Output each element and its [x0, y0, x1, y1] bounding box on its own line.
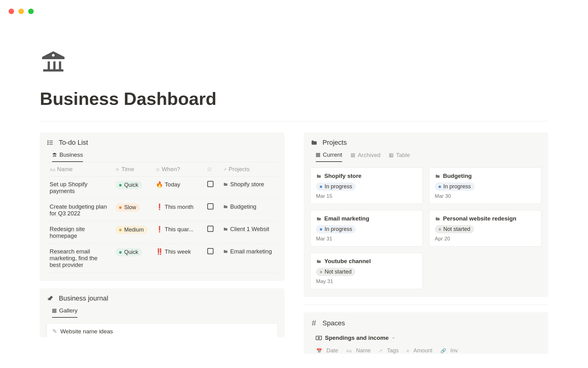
edit-icon [47, 295, 54, 302]
task-when[interactable]: 🔥 Today [153, 177, 204, 199]
svg-rect-13 [316, 155, 318, 156]
task-name[interactable]: Redesign site homepage [47, 221, 112, 244]
task-checkbox[interactable] [204, 221, 220, 244]
task-time[interactable]: Slow [112, 199, 153, 221]
column-type-icon: 🔗 [440, 348, 446, 354]
tab-gallery[interactable]: Gallery [52, 307, 77, 318]
page-icon[interactable] [40, 49, 548, 76]
status-badge: In progress [435, 182, 475, 191]
svg-rect-11 [316, 153, 318, 154]
spaces-col-date[interactable]: 📅Date [315, 346, 344, 354]
table-row[interactable]: Redesign site homepageMedium❗ This quar.… [47, 221, 278, 244]
task-when[interactable]: ❗ This month [153, 199, 204, 221]
project-card[interactable]: Youtube channelNot startedMay 31 [310, 253, 423, 289]
pencil-icon: ✎ [52, 328, 57, 335]
project-card[interactable]: Personal website redesignNot startedApr … [429, 210, 542, 247]
project-title: Youtube channel [324, 258, 371, 265]
folder-icon [316, 217, 321, 221]
task-time[interactable]: Medium [112, 221, 153, 244]
projects-title[interactable]: Projects [322, 139, 347, 147]
folder-icon [310, 140, 318, 146]
todo-list-title[interactable]: To-do List [59, 139, 88, 147]
task-when[interactable]: ‼️ This week [153, 244, 204, 273]
todo-table: AaName ✳Time ⊙When? ☑ ↗Projects Set up S… [47, 162, 278, 273]
hash-icon: # [310, 318, 318, 328]
task-project[interactable]: Budgeting [220, 199, 278, 221]
task-time[interactable]: Quick [112, 177, 153, 199]
svg-rect-16 [353, 153, 355, 155]
close-window-button[interactable] [9, 9, 14, 14]
board-icon [52, 309, 57, 313]
col-time[interactable]: ✳Time [112, 162, 153, 177]
task-time[interactable]: Quick [112, 244, 153, 273]
column-type-icon: Aa [346, 348, 352, 353]
svg-point-0 [52, 54, 55, 57]
task-when[interactable]: ❗ This quar... [153, 221, 204, 244]
journal-title[interactable]: Business journal [59, 294, 108, 302]
window-traffic-lights [9, 9, 34, 14]
task-name[interactable]: Set up Shopify payments [47, 177, 112, 199]
spaces-title[interactable]: Spaces [322, 319, 345, 327]
col-name[interactable]: AaName [47, 162, 112, 177]
tab-label: Business [59, 151, 83, 158]
project-card[interactable]: Email marketingIn progressMar 31 [310, 210, 423, 247]
task-name[interactable]: Create budgeting plan for Q3 2022 [47, 199, 112, 221]
svg-rect-19 [390, 153, 393, 157]
chevron-down-icon [392, 336, 395, 340]
svg-point-1 [48, 140, 48, 141]
tab-current[interactable]: Current [316, 151, 342, 162]
svg-rect-17 [351, 155, 352, 157]
task-checkbox[interactable] [204, 244, 220, 273]
table-row[interactable]: Set up Shopify paymentsQuick🔥 TodayShopi… [47, 177, 278, 199]
status-badge: Not started [435, 225, 474, 233]
todo-list-block: To-do List Business AaName ✳Time [40, 132, 285, 281]
folder-icon [435, 217, 440, 221]
project-card[interactable]: Shopify storeIn progressMar 15 [310, 167, 423, 204]
table-row[interactable]: Create budgeting plan for Q3 2022Slow❗ T… [47, 199, 278, 221]
business-journal-block: Business journal Gallery ✎ Website name … [40, 288, 285, 337]
col-check[interactable]: ☑ [204, 162, 220, 177]
project-card[interactable]: BudgetingIn progressMar 30 [429, 167, 542, 204]
tab-business[interactable]: Business [52, 151, 83, 162]
maximize-window-button[interactable] [28, 9, 34, 14]
svg-rect-23 [316, 336, 322, 340]
spaces-col-tags[interactable]: ↗Tags [377, 346, 405, 354]
tab-archived[interactable]: Archived [351, 151, 380, 162]
svg-rect-15 [351, 153, 352, 155]
task-checkbox[interactable] [204, 177, 220, 199]
minimize-window-button[interactable] [18, 9, 24, 14]
projects-block: Projects CurrentArchivedTable Shopify st… [303, 132, 548, 297]
project-title: Personal website redesign [443, 215, 517, 222]
folder-icon [435, 174, 440, 178]
spaces-view-label: Spendings and income [325, 335, 389, 341]
column-type-icon: # [406, 348, 409, 353]
task-project[interactable]: Email marketing [220, 244, 278, 273]
svg-point-24 [318, 337, 320, 339]
status-badge: In progress [316, 182, 356, 191]
tab-label: Archived [358, 152, 380, 159]
divider [40, 121, 548, 121]
spaces-col-inv[interactable]: 🔗Inv [439, 346, 464, 354]
task-name[interactable]: Research email marketing, find the best … [47, 244, 112, 273]
table-icon [389, 153, 394, 158]
svg-rect-7 [53, 309, 54, 310]
task-project[interactable]: Shopify store [220, 177, 278, 199]
table-row[interactable]: Research email marketing, find the best … [47, 244, 278, 273]
tab-label: Current [323, 151, 342, 158]
tab-table[interactable]: Table [389, 151, 410, 162]
svg-rect-10 [55, 311, 56, 312]
task-project[interactable]: Client 1 Websit [220, 221, 278, 244]
page-title[interactable]: Business Dashboard [40, 88, 548, 109]
svg-rect-8 [55, 309, 56, 310]
col-projects[interactable]: ↗Projects [220, 162, 278, 177]
spaces-col-amount[interactable]: #Amount [405, 346, 438, 354]
spaces-col-name[interactable]: AaName [344, 346, 377, 354]
col-when[interactable]: ⊙When? [153, 162, 204, 177]
journal-item[interactable]: ✎ Website name ideas [47, 323, 278, 337]
folder-icon [316, 259, 321, 264]
project-date: Apr 20 [435, 236, 536, 242]
task-checkbox[interactable] [204, 199, 220, 221]
project-date: Mar 15 [316, 193, 417, 199]
spaces-view-selector[interactable]: Spendings and income [310, 333, 541, 343]
project-date: May 31 [316, 278, 417, 285]
